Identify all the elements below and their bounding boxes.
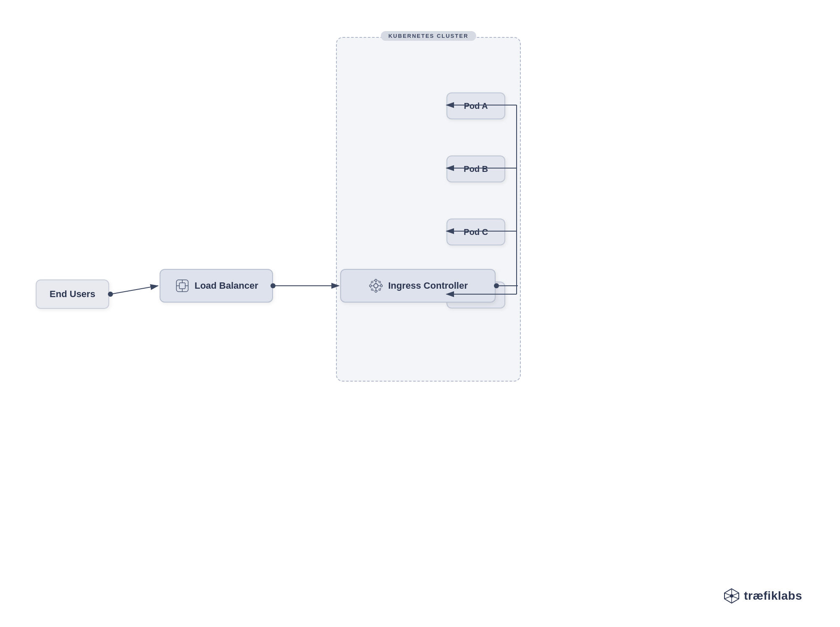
svg-point-17 bbox=[379, 281, 381, 283]
svg-point-6 bbox=[374, 284, 378, 288]
pod-a-label: Pod A bbox=[464, 101, 488, 111]
traefik-icon bbox=[723, 588, 740, 604]
load-balancer-icon bbox=[174, 278, 190, 294]
pod-c-label: Pod C bbox=[464, 227, 488, 237]
svg-point-31 bbox=[730, 594, 733, 598]
ingress-controller-label: Ingress Controller bbox=[388, 280, 467, 291]
ingress-controller-icon bbox=[368, 278, 384, 294]
logo-suffix: labs bbox=[778, 589, 802, 602]
pod-c-box: Pod C bbox=[446, 219, 505, 245]
end-users-label: End Users bbox=[50, 289, 95, 300]
pod-b-box: Pod B bbox=[446, 155, 505, 182]
pod-a-box: Pod A bbox=[446, 92, 505, 119]
pod-b-label: Pod B bbox=[464, 164, 488, 174]
logo-text: træfiklabs bbox=[744, 589, 802, 603]
svg-point-19 bbox=[379, 289, 381, 290]
svg-line-23 bbox=[110, 286, 158, 294]
kubernetes-cluster-label: KUBERNETES CLUSTER bbox=[381, 31, 476, 41]
svg-point-11 bbox=[381, 285, 383, 287]
logo-brand: træfik bbox=[744, 589, 778, 602]
svg-point-18 bbox=[371, 289, 373, 290]
traefiklabs-logo: træfiklabs bbox=[723, 588, 802, 604]
diagram-container: KUBERNETES CLUSTER Pod A Pod B Pod C Pod… bbox=[0, 0, 840, 627]
kubernetes-cluster-box: KUBERNETES CLUSTER Pod A Pod B Pod C Pod… bbox=[336, 37, 521, 382]
svg-point-10 bbox=[370, 285, 372, 287]
svg-rect-1 bbox=[179, 283, 185, 289]
svg-point-9 bbox=[375, 290, 377, 292]
ingress-controller-node: Ingress Controller bbox=[340, 269, 496, 303]
load-balancer-node: Load Balancer bbox=[160, 269, 273, 303]
load-balancer-label: Load Balancer bbox=[194, 280, 258, 291]
svg-point-16 bbox=[371, 281, 373, 283]
svg-point-8 bbox=[375, 279, 377, 282]
end-users-node: End Users bbox=[36, 279, 109, 309]
